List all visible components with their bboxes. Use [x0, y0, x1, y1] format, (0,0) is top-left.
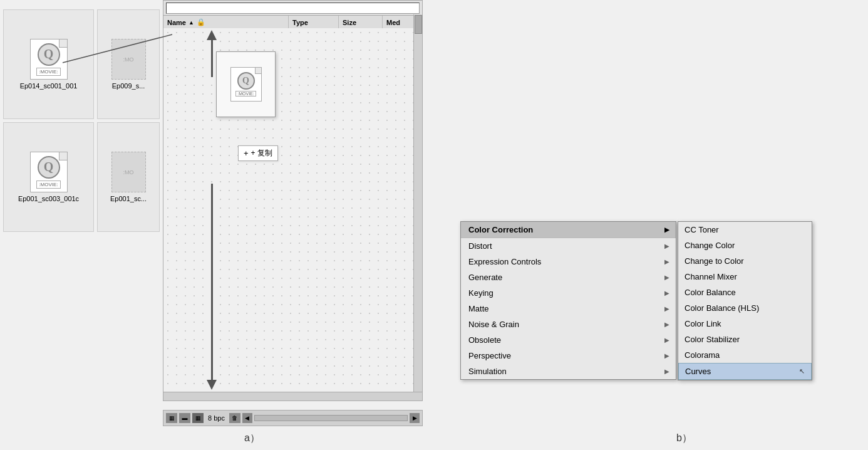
menu-arrow-1: ▶ — [664, 243, 669, 249]
menu-arrow-6: ▶ — [664, 321, 669, 328]
menu-label-keying: Keying — [468, 288, 493, 298]
toolbar-arrow-left[interactable]: ◀ — [242, 413, 252, 423]
submenu: CC Toner Change Color Change to Color Ch… — [678, 221, 812, 380]
browser-topbar — [163, 1, 422, 16]
menu-arrow-0: ▶ — [664, 226, 669, 233]
col-size: Size — [339, 16, 383, 29]
dog-ear — [255, 68, 261, 74]
file-item-2[interactable]: :MO Ep009_s... — [97, 9, 160, 119]
menu-item-color-correction[interactable]: Color Correction ▶ — [461, 222, 676, 238]
arrow-up-head — [207, 30, 217, 40]
menu-label-obsolete: Obsolete — [468, 335, 501, 345]
file-label-4: Ep001_sc... — [110, 195, 147, 202]
submenu-item-channel-mixer[interactable]: Channel Mixer — [678, 269, 812, 285]
menu-item-generate[interactable]: Generate ▶ — [461, 269, 676, 285]
submenu-label-change-to-color: Change to Color — [685, 256, 744, 266]
menu-arrow-7: ▶ — [664, 337, 669, 343]
menu-label-matte: Matte — [468, 304, 489, 313]
submenu-item-color-balance-hls[interactable]: Color Balance (HLS) — [678, 300, 812, 316]
movie-icon-3: Q :MOVIE: — [30, 152, 68, 192]
submenu-label-curves: Curves — [685, 367, 711, 376]
col-type: Type — [289, 16, 339, 29]
menu-label-generate: Generate — [468, 273, 502, 282]
submenu-item-color-balance[interactable]: Color Balance — [678, 285, 812, 300]
menu-label-noise-grain: Noise & Grain — [468, 320, 519, 329]
menu-arrow-9: ▶ — [664, 368, 669, 375]
sort-arrow-name: ▲ — [189, 19, 194, 26]
menu-arrow-2: ▶ — [664, 258, 669, 265]
tooltip-text: + 复制 — [251, 148, 272, 159]
submenu-label-channel-mixer: Channel Mixer — [685, 272, 737, 281]
submenu-label-color-link: Color Link — [685, 319, 721, 328]
submenu-label-change-color: Change Color — [685, 241, 735, 250]
menu-item-obsolete[interactable]: Obsolete ▶ — [461, 332, 676, 348]
menu-item-matte[interactable]: Matte ▶ — [461, 301, 676, 317]
submenu-item-cc-toner[interactable]: CC Toner — [678, 222, 812, 238]
menu-arrow-4: ▶ — [664, 290, 669, 296]
scroll-thumb[interactable] — [415, 15, 422, 34]
col-med: Med — [383, 16, 408, 29]
tooltip: + + 复制 — [238, 145, 278, 161]
movie-icon-4: :MO — [111, 152, 146, 192]
menu-label-expression-controls: Expression Controls — [468, 257, 541, 266]
submenu-label-color-balance-hls: Color Balance (HLS) — [685, 303, 759, 313]
bpc-label: 8 bpc — [205, 414, 227, 422]
col-lock-icon: 🔒 — [197, 18, 205, 26]
toolbar-arrow-right[interactable]: ▶ — [410, 413, 420, 423]
drag-clip: Q :MOVIE: — [216, 51, 276, 117]
scrollbar[interactable] — [413, 14, 422, 392]
menu-arrow-3: ▶ — [664, 274, 669, 281]
drag-clip-icon: Q :MOVIE: — [230, 67, 262, 102]
submenu-label-color-balance: Color Balance — [685, 288, 736, 297]
arrow-down-head — [207, 380, 217, 390]
submenu-item-color-stabilizer[interactable]: Color Stabilizer — [678, 332, 812, 347]
arrow-up-line — [211, 39, 213, 77]
submenu-item-change-color[interactable]: Change Color — [678, 238, 812, 253]
file-label-2: Ep009_s... — [112, 82, 145, 90]
toolbar-scrollbar[interactable] — [254, 415, 408, 421]
menu-label-color-correction: Color Correction — [468, 225, 533, 234]
browser-search-input[interactable] — [166, 3, 420, 14]
cursor-indicator: ↖ — [799, 367, 805, 375]
menu-arrow-5: ▶ — [664, 305, 669, 312]
menu-label-distort: Distort — [468, 241, 492, 251]
h-scrollbar[interactable] — [163, 392, 422, 400]
file-item-3[interactable]: Q :MOVIE: Ep001_sc003_001c — [3, 122, 94, 232]
menu-label-perspective: Perspective — [468, 351, 511, 360]
arrow-down-line — [211, 184, 213, 381]
comp-area — [163, 28, 413, 392]
file-label-1: Ep014_sc001_001 — [20, 82, 78, 90]
file-item-4[interactable]: :MO Ep001_sc... — [97, 122, 160, 232]
submenu-item-change-to-color[interactable]: Change to Color — [678, 253, 812, 269]
col-name: Name ▲ 🔒 — [163, 16, 289, 29]
plus-icon: + — [244, 149, 249, 158]
file-label-3: Ep001_sc003_001c — [18, 195, 79, 202]
submenu-label-color-stabilizer: Color Stabilizer — [685, 335, 740, 344]
context-menu: Color Correction ▶ Distort ▶ Expression … — [460, 221, 676, 380]
q-circle: Q — [237, 72, 255, 90]
submenu-label-colorama: Colorama — [685, 350, 720, 360]
menu-label-simulation: Simulation — [468, 367, 507, 376]
movie-icon-2: :MO — [111, 39, 146, 80]
menu-item-noise-grain[interactable]: Noise & Grain ▶ — [461, 317, 676, 332]
submenu-item-curves[interactable]: Curves ↖ — [678, 363, 812, 380]
toolbar-icon-3[interactable]: ▦ — [192, 413, 204, 423]
menu-item-keying[interactable]: Keying ▶ — [461, 285, 676, 301]
movie-icon-1: Q :MOVIE: — [30, 39, 68, 80]
menu-item-expression-controls[interactable]: Expression Controls ▶ — [461, 254, 676, 269]
menu-item-distort[interactable]: Distort ▶ — [461, 238, 676, 254]
menu-arrow-8: ▶ — [664, 352, 669, 359]
file-item-1[interactable]: Q :MOVIE: Ep014_sc001_001 — [3, 9, 94, 119]
toolbar-icon-2[interactable]: ▬ — [179, 413, 190, 423]
menu-item-perspective[interactable]: Perspective ▶ — [461, 348, 676, 364]
bottom-toolbar: ▦ ▬ ▦ 8 bpc 🗑 ◀ ▶ — [163, 410, 423, 426]
toolbar-icon-4[interactable]: 🗑 — [229, 413, 240, 423]
panel-a-label: a） — [244, 432, 260, 445]
submenu-item-colorama[interactable]: Colorama — [678, 347, 812, 363]
submenu-label-cc-toner: CC Toner — [685, 225, 719, 234]
panel-b-label: b） — [676, 432, 692, 445]
menu-item-simulation[interactable]: Simulation ▶ — [461, 364, 676, 379]
toolbar-icon-1[interactable]: ▦ — [166, 413, 177, 423]
file-browser: Name ▲ 🔒 Type Size Med Q Ep001_s...001c.… — [163, 0, 423, 401]
submenu-item-color-link[interactable]: Color Link — [678, 316, 812, 332]
